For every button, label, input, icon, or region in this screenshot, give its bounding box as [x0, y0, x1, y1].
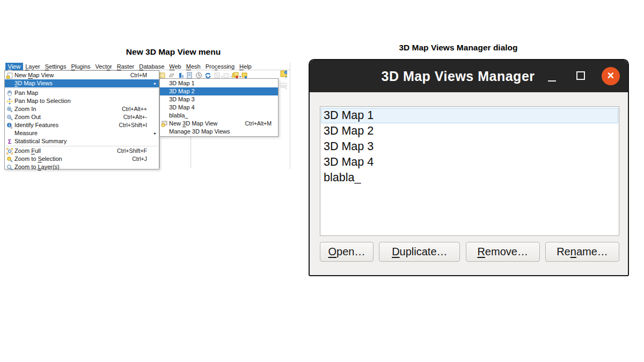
submenu-arrow-icon: ▸ — [154, 79, 156, 87]
menubar-item-raster[interactable]: Raster — [114, 63, 136, 70]
menubar-item-database[interactable]: Database — [137, 63, 167, 70]
list-item-3d-map-3[interactable]: 3D Map 3 — [321, 139, 618, 154]
menu-item-shortcut: Ctrl+J — [132, 155, 159, 163]
menu-item-shortcut: Ctrl+M — [130, 71, 159, 79]
side-toolbar: abc — [280, 71, 290, 89]
close-icon: × — [608, 70, 614, 82]
submenu-item-label: 3D Map 2 — [169, 87, 195, 95]
list-item-blabla[interactable]: blabla_ — [321, 170, 618, 186]
open-button[interactable]: Open… — [320, 242, 374, 262]
dialog-button-row: Open… Duplicate… Remove… Rename… — [320, 242, 619, 262]
submenu-item-label: Manage 3D Map Views — [169, 128, 230, 136]
submenu-item-label: 3D Map 1 — [169, 79, 195, 87]
3d-map-views-manager-dialog: 3D Map Views Manager × 3D Map 1 3D Map 2… — [309, 59, 629, 276]
menu-item-pan-map[interactable]: Pan Map — [5, 89, 159, 97]
show-map-tips-icon[interactable] — [280, 71, 287, 78]
sigma-icon: Σ — [5, 138, 14, 145]
submenu-item-new-3d-map-view[interactable]: New 3D Map View Ctrl+Alt+M — [160, 120, 278, 128]
menu-item-label: Zoom to Layer(s) — [14, 163, 60, 171]
panel-edge-lines — [159, 137, 191, 168]
pan-to-selection-icon — [5, 98, 14, 105]
list-item-3d-map-4[interactable]: 3D Map 4 — [321, 154, 618, 170]
menubar-item-web[interactable]: Web — [167, 63, 184, 70]
zoom-in-icon — [5, 106, 14, 113]
menu-separator — [6, 88, 158, 88]
submenu-item-label: New 3D Map View — [169, 120, 217, 128]
zoom-to-selection-icon — [5, 156, 14, 162]
menubar-item-plugins[interactable]: Plugins — [69, 63, 93, 70]
menu-separator — [6, 146, 158, 146]
menu-item-zoom-to-selection[interactable]: Zoom to Selection Ctrl+J — [5, 155, 159, 163]
menu-item-label: Zoom Out — [14, 113, 41, 121]
right-caption: 3D Map Views Manager dialog — [298, 43, 618, 53]
submenu-item-3d-map-2[interactable]: 3D Map 2 — [160, 87, 278, 95]
menu-item-shortcut: Ctrl+Shift+F — [117, 147, 159, 155]
menubar-item-vector[interactable]: Vector — [93, 63, 114, 70]
menu-item-label: Zoom Full — [14, 147, 41, 155]
menu-item-shortcut: Ctrl+Alt+- — [123, 113, 159, 121]
menu-item-label: New Map View — [14, 71, 54, 79]
rename-button[interactable]: Rename… — [545, 242, 619, 262]
menu-item-3d-map-views[interactable]: 3D Map Views ▸ — [5, 79, 159, 87]
menubar-item-view[interactable]: View — [5, 63, 23, 70]
submenu-item-blabla[interactable]: blabla_ — [160, 112, 278, 120]
submenu-item-3d-map-1[interactable]: 3D Map 1 — [160, 79, 278, 87]
menu-item-label: Zoom to Selection — [14, 155, 62, 163]
menubar-item-mesh[interactable]: Mesh — [184, 63, 203, 70]
submenu-item-manage-3d-map-views[interactable]: Manage 3D Map Views — [160, 128, 278, 136]
menu-item-shortcut: Ctrl+Shift+I — [119, 121, 159, 129]
menu-item-zoom-out[interactable]: Zoom Out Ctrl+Alt+- — [5, 113, 159, 121]
submenu-item-label: 3D Map 3 — [169, 95, 195, 104]
new-map-view-icon — [5, 72, 14, 79]
menu-item-zoom-in[interactable]: Zoom In Ctrl+Alt++ — [5, 105, 159, 113]
maximize-icon — [576, 71, 585, 80]
submenu-item-label: 3D Map 4 — [169, 104, 195, 112]
list-item-3d-map-2[interactable]: 3D Map 2 — [321, 123, 618, 139]
submenu-item-3d-map-4[interactable]: 3D Map 4 — [160, 104, 278, 112]
menu-item-zoom-full[interactable]: Zoom Full Ctrl+Shift+F — [5, 147, 159, 155]
menu-item-statistical-summary[interactable]: Σ Statistical Summary — [5, 137, 159, 145]
svg-text:Σ: Σ — [8, 138, 12, 145]
pan-map-hand-icon — [5, 90, 14, 97]
menu-item-label: Pan Map — [14, 89, 38, 97]
submenu-arrow-icon: ▸ — [154, 129, 156, 137]
minimize-button[interactable] — [547, 71, 557, 82]
menu-item-new-map-view[interactable]: New Map View Ctrl+M — [5, 71, 159, 79]
identify-features-icon: i — [5, 122, 14, 129]
menubar-item-settings[interactable]: Settings — [42, 63, 69, 70]
map-views-list[interactable]: 3D Map 1 3D Map 2 3D Map 3 3D Map 4 blab… — [320, 106, 619, 236]
submenu-item-3d-map-3[interactable]: 3D Map 3 — [160, 95, 278, 104]
close-button[interactable]: × — [602, 67, 620, 85]
menu-item-measure[interactable]: Measure ▸ — [5, 129, 159, 137]
menu-item-label: Measure — [14, 129, 38, 137]
menu-item-label: Statistical Summary — [14, 137, 67, 145]
menu-item-pan-map-to-selection[interactable]: Pan Map to Selection — [5, 97, 159, 105]
menubar: View Layer Settings Plugins Vector Raste… — [4, 63, 290, 70]
qgis-window-fragment: View Layer Settings Plugins Vector Raste… — [4, 63, 290, 169]
dialog-titlebar[interactable]: 3D Map Views Manager × — [310, 60, 628, 92]
zoom-to-layer-icon — [5, 164, 14, 171]
label-toolbar-icon[interactable]: abc — [280, 82, 287, 89]
submenu-item-shortcut: Ctrl+Alt+M — [245, 120, 278, 128]
minimize-icon — [548, 80, 556, 82]
menu-item-label: Identify Features — [14, 121, 58, 129]
duplicate-button[interactable]: Duplicate… — [379, 242, 460, 262]
remove-button[interactable]: Remove… — [466, 242, 540, 262]
menubar-item-layer[interactable]: Layer — [23, 63, 43, 70]
menu-item-shortcut: Ctrl+Alt++ — [122, 105, 159, 113]
list-item-3d-map-1[interactable]: 3D Map 1 — [321, 108, 618, 123]
menu-item-label: Pan Map to Selection — [14, 97, 71, 105]
left-caption: New 3D Map View menu — [63, 47, 283, 57]
view-menu-dropdown: New Map View Ctrl+M 3D Map Views ▸ Pan M… — [4, 70, 159, 169]
zoom-out-icon — [5, 114, 14, 121]
menu-item-identify-features[interactable]: i Identify Features Ctrl+Shift+I — [5, 121, 159, 129]
menubar-item-processing[interactable]: Processing — [203, 63, 237, 70]
new-3d-map-view-icon — [160, 120, 169, 127]
menu-item-label: Zoom In — [14, 105, 36, 113]
submenu-item-label: blabla_ — [169, 112, 188, 120]
maximize-button[interactable] — [576, 71, 586, 81]
menu-item-zoom-to-layers[interactable]: Zoom to Layer(s) — [5, 163, 159, 171]
3d-map-views-submenu: 3D Map 1 3D Map 2 3D Map 3 3D Map 4 blab… — [159, 78, 279, 137]
menubar-item-help[interactable]: Help — [237, 63, 254, 70]
menu-item-label: 3D Map Views — [14, 79, 53, 87]
